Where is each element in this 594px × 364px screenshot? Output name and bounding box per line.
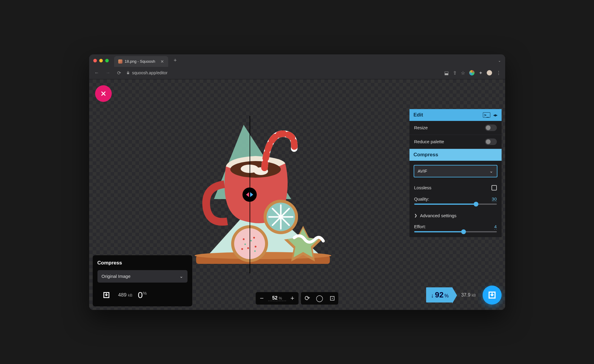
right-format-select[interactable]: AVIF ⌄ — [414, 165, 497, 177]
drag-left-arrow-icon — [246, 192, 249, 197]
zoom-toolbar: − 52 % + ⟳ ◯ ⊡ — [256, 292, 338, 305]
rotate-button[interactable]: ⟳ — [301, 292, 313, 305]
download-right-button[interactable] — [483, 286, 502, 305]
svg-point-21 — [244, 243, 246, 245]
browser-menu-icon[interactable]: ⋮ — [496, 70, 501, 76]
install-app-icon[interactable]: ⬓ — [444, 70, 449, 76]
svg-point-20 — [250, 240, 252, 241]
effort-value[interactable]: 4 — [494, 224, 497, 229]
advanced-label: Advanced settings — [420, 213, 457, 218]
savings-badge: ↓ 92 % — [426, 287, 452, 302]
new-tab-button[interactable]: + — [174, 57, 177, 64]
reload-button[interactable]: ⟳ — [116, 69, 122, 77]
reduce-palette-label: Reduce palette — [414, 139, 444, 144]
favicon-icon — [118, 59, 122, 64]
right-format-selected: AVIF — [418, 168, 427, 174]
zoom-value[interactable]: 52 % — [268, 295, 286, 301]
browser-window: 18.png - Squoosh ✕ + ⌄ ← → ⟳ squoosh.app… — [89, 54, 505, 310]
quality-slider[interactable] — [414, 204, 497, 205]
comparison-drag-handle[interactable] — [242, 187, 257, 202]
drag-right-arrow-icon — [250, 192, 253, 197]
svg-point-18 — [255, 246, 256, 248]
svg-point-15 — [243, 238, 245, 240]
zoom-out-button[interactable]: − — [256, 292, 268, 305]
copy-settings-icon[interactable]: ◂▸ — [493, 113, 497, 117]
edit-title: Edit — [414, 112, 423, 118]
back-button[interactable]: ← — [93, 69, 100, 77]
lock-icon — [126, 71, 130, 75]
extensions-puzzle-icon[interactable]: ✦ — [479, 70, 483, 76]
svg-point-22 — [254, 250, 256, 252]
lossless-row: Lossless — [409, 182, 502, 194]
left-file-size: 489 kB — [118, 292, 133, 298]
left-panel-title: Compress — [97, 260, 188, 266]
right-output-footer: ↓ 92 % 37.9 kB — [426, 286, 502, 305]
reduce-palette-row: Reduce palette — [409, 135, 502, 149]
download-icon — [103, 291, 110, 299]
svg-point-16 — [253, 237, 255, 239]
advanced-settings-toggle[interactable]: ❯ Advanced settings — [409, 209, 502, 222]
resize-row: Resize — [409, 121, 502, 135]
lossless-checkbox[interactable] — [491, 185, 497, 190]
preview-image — [166, 116, 333, 273]
profile-avatar-icon[interactable] — [487, 70, 492, 75]
address-bar[interactable]: squoosh.app/editor — [126, 70, 440, 75]
snap-mode-button[interactable]: ⊡ — [326, 292, 338, 305]
left-format-selected: Original Image — [102, 274, 131, 279]
edit-section-header: Edit >_ ◂▸ — [409, 109, 502, 121]
left-savings-percent: 0% — [138, 290, 147, 300]
cli-icon[interactable]: >_ — [483, 112, 490, 118]
url-text: squoosh.app/editor — [132, 70, 168, 75]
quality-value[interactable]: 30 — [492, 196, 497, 202]
window-maximize-button[interactable] — [105, 59, 109, 62]
forward-button[interactable]: → — [105, 69, 112, 77]
svg-point-17 — [247, 247, 249, 249]
extension-icon-1[interactable] — [469, 70, 475, 75]
share-icon[interactable]: ⇧ — [453, 70, 457, 76]
reduce-palette-toggle[interactable] — [485, 138, 497, 145]
download-left-button[interactable] — [100, 289, 113, 302]
window-minimize-button[interactable] — [99, 59, 103, 62]
effort-slider[interactable] — [414, 231, 497, 232]
quality-row: Quality: 30 — [409, 194, 502, 209]
tab-title: 18.png - Squoosh — [125, 59, 155, 64]
browser-actions: ⬓ ⇧ ☆ ✦ ⋮ — [444, 70, 501, 76]
effort-label: Effort: — [414, 224, 426, 229]
left-format-select[interactable]: Original Image ⌄ — [97, 270, 188, 283]
tab-close-icon[interactable]: ✕ — [160, 59, 164, 64]
close-icon — [100, 90, 107, 97]
quality-label: Quality: — [414, 196, 429, 202]
window-controls — [93, 59, 109, 62]
compress-title: Compress — [414, 152, 438, 158]
bookmark-star-icon[interactable]: ☆ — [461, 70, 465, 76]
url-bar: ← → ⟳ squoosh.app/editor ⬓ ⇧ ☆ ✦ ⋮ — [89, 67, 505, 79]
chevron-down-icon: ⌄ — [179, 274, 183, 279]
effort-row: Effort: 4 — [409, 222, 502, 237]
resize-label: Resize — [414, 125, 428, 130]
savings-value: 92 — [435, 290, 444, 300]
svg-point-19 — [241, 248, 243, 250]
down-arrow-icon: ↓ — [431, 292, 434, 299]
right-settings-panel: Edit >_ ◂▸ Resize Reduce palette Compres… — [409, 109, 502, 237]
close-image-button[interactable] — [95, 85, 112, 102]
chevron-down-icon: ⌄ — [489, 168, 493, 174]
zoom-in-button[interactable]: + — [286, 292, 299, 305]
window-close-button[interactable] — [93, 59, 97, 62]
resize-toggle[interactable] — [485, 125, 497, 131]
tabs-dropdown-icon[interactable]: ⌄ — [498, 59, 501, 63]
savings-unit: % — [445, 293, 449, 299]
download-icon — [488, 291, 497, 300]
titlebar: 18.png - Squoosh ✕ + ⌄ — [89, 54, 505, 67]
left-compress-panel: Compress Original Image ⌄ 489 kB 0% — [93, 255, 192, 306]
browser-tab[interactable]: 18.png - Squoosh ✕ — [114, 56, 168, 67]
background-toggle-button[interactable]: ◯ — [313, 292, 326, 305]
chevron-right-icon: ❯ — [414, 213, 417, 218]
compress-section-header: Compress — [409, 149, 502, 161]
lossless-label: Lossless — [414, 185, 431, 190]
app-content: Compress Original Image ⌄ 489 kB 0% — [89, 79, 505, 310]
